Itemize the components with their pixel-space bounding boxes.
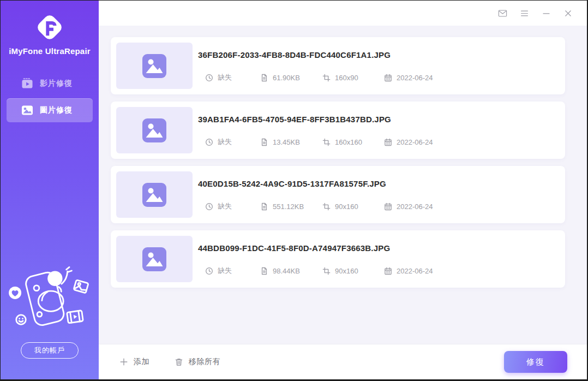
clock-icon [205, 74, 213, 82]
account-illustration [5, 264, 94, 333]
titlebar [99, 1, 587, 26]
file-status: 缺失 [218, 137, 232, 147]
add-button[interactable]: 添加 [119, 357, 149, 367]
photo-repair-icon [21, 105, 33, 116]
clock-icon [205, 138, 213, 146]
my-account-button[interactable]: 我的帳戶 [21, 342, 79, 359]
file-status: 缺失 [218, 201, 232, 211]
file-status: 缺失 [218, 266, 232, 276]
image-placeholder-icon [142, 247, 166, 271]
file-thumbnail [116, 43, 193, 89]
file-meta: 缺失 61.90KB 160x90 [205, 73, 560, 82]
file-dimensions: 160x90 [335, 74, 358, 82]
file-name: 40E0D15B-5242-4A9C-91D5-1317FA81575F.JPG [198, 179, 560, 188]
file-date: 2022-06-24 [397, 267, 433, 275]
repair-button[interactable]: 修復 [504, 351, 567, 373]
remove-all-button-label: 移除所有 [189, 357, 220, 367]
sidebar-item-photo-repair[interactable]: 圖片修復 [7, 98, 93, 122]
file-icon [260, 138, 268, 146]
image-placeholder-icon [142, 118, 166, 142]
sidebar-nav: 影片修復 圖片修復 [1, 73, 99, 122]
remove-all-button[interactable]: 移除所有 [175, 357, 220, 367]
file-date: 2022-06-24 [397, 74, 433, 82]
file-info: 36FB206F-2033-4FB8-8D4B-FDC440C6F1A1.JPG… [198, 49, 560, 82]
sidebar-item-video-repair[interactable]: 影片修復 [7, 73, 93, 94]
close-icon[interactable] [563, 8, 573, 19]
footer-toolbar: 添加 移除所有 修復 [99, 344, 587, 379]
image-placeholder-icon [142, 183, 166, 207]
file-name: 44BDB099-F1DC-41F5-8F0D-A74947F3663B.JPG [198, 243, 560, 253]
file-icon [260, 74, 268, 82]
app-logo-icon [33, 10, 67, 44]
file-card[interactable]: 40E0D15B-5242-4A9C-91D5-1317FA81575F.JPG… [111, 166, 565, 223]
file-meta: 缺失 551.12KB 90x160 [205, 201, 560, 211]
file-date: 2022-06-24 [397, 138, 433, 146]
video-repair-icon [21, 78, 33, 89]
file-dimensions: 90x160 [335, 203, 358, 211]
file-thumbnail [116, 107, 193, 153]
plus-icon [119, 358, 128, 366]
calendar-icon [384, 138, 392, 146]
file-size: 61.90KB [273, 74, 300, 82]
calendar-icon [384, 203, 392, 211]
file-info: 39AB1FA4-6FB5-4705-94EF-8FF3B1B437BD.JPG… [198, 114, 560, 147]
sidebar: iMyFone UltraRepair 影片修復 圖片修復 [1, 1, 99, 379]
file-name: 36FB206F-2033-4FB8-8D4B-FDC440C6F1A1.JPG [198, 50, 560, 59]
file-meta: 缺失 13.45KB 160x160 [205, 137, 560, 147]
mail-icon[interactable] [497, 8, 508, 19]
brand-title: iMyFone UltraRepair [1, 46, 99, 56]
file-icon [260, 267, 268, 275]
file-size: 13.45KB [273, 138, 300, 146]
file-list: 36FB206F-2033-4FB8-8D4B-FDC440C6F1A1.JPG… [99, 26, 587, 344]
file-card[interactable]: 36FB206F-2033-4FB8-8D4B-FDC440C6F1A1.JPG… [111, 37, 565, 94]
file-thumbnail [116, 171, 193, 218]
file-date: 2022-06-24 [397, 203, 433, 211]
crop-icon [322, 203, 331, 211]
file-size: 551.12KB [273, 203, 304, 211]
main-area: 36FB206F-2033-4FB8-8D4B-FDC440C6F1A1.JPG… [99, 1, 587, 379]
file-status: 缺失 [218, 73, 232, 82]
clock-icon [205, 203, 213, 211]
file-icon [260, 203, 268, 211]
image-placeholder-icon [142, 54, 166, 78]
sidebar-item-label: 影片修復 [40, 79, 73, 88]
file-card[interactable]: 44BDB099-F1DC-41F5-8F0D-A74947F3663B.JPG… [111, 230, 565, 288]
file-name: 39AB1FA4-6FB5-4705-94EF-8FF3B1B437BD.JPG [198, 115, 560, 124]
file-card[interactable]: 39AB1FA4-6FB5-4705-94EF-8FF3B1B437BD.JPG… [111, 102, 565, 159]
file-info: 40E0D15B-5242-4A9C-91D5-1317FA81575F.JPG… [198, 178, 560, 211]
add-button-label: 添加 [134, 357, 149, 367]
minimize-icon[interactable] [541, 8, 551, 19]
file-dimensions: 160x160 [335, 138, 362, 146]
file-thumbnail [116, 236, 193, 282]
file-meta: 缺失 98.44KB 90x160 [205, 266, 560, 276]
trash-icon [175, 358, 183, 366]
file-dimensions: 90x160 [335, 267, 358, 275]
crop-icon [322, 74, 331, 82]
file-info: 44BDB099-F1DC-41F5-8F0D-A74947F3663B.JPG… [198, 242, 560, 276]
crop-icon [322, 138, 331, 146]
menu-icon[interactable] [519, 8, 530, 19]
clock-icon [205, 267, 213, 275]
calendar-icon [384, 267, 392, 275]
calendar-icon [384, 74, 392, 82]
crop-icon [322, 267, 331, 275]
sidebar-item-label: 圖片修復 [40, 105, 73, 115]
file-size: 98.44KB [273, 267, 300, 275]
app-window: iMyFone UltraRepair 影片修復 圖片修復 [0, 0, 588, 381]
